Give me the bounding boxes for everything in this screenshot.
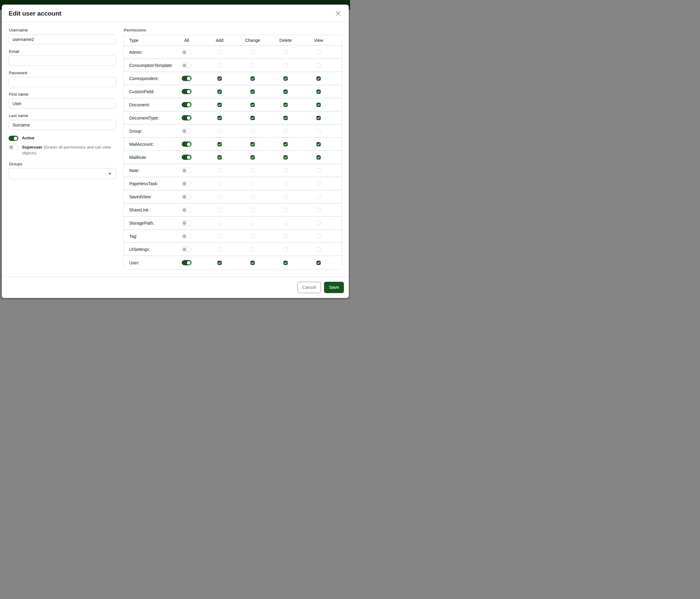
permission-all-toggle[interactable]	[182, 102, 192, 107]
permission-view-checkbox[interactable]	[317, 195, 321, 199]
permission-delete-checkbox[interactable]	[283, 76, 288, 81]
save-button[interactable]: Save	[324, 282, 344, 293]
permission-add-checkbox[interactable]	[218, 103, 222, 107]
permission-delete-checkbox[interactable]	[283, 155, 288, 160]
permission-add-checkbox[interactable]	[218, 142, 222, 146]
permission-add-checkbox[interactable]	[218, 208, 222, 212]
permission-change-checkbox[interactable]	[250, 76, 255, 81]
permission-change-checkbox[interactable]	[250, 116, 255, 120]
permission-change-checkbox[interactable]	[250, 261, 255, 265]
permission-view-checkbox[interactable]	[317, 129, 321, 133]
permission-view-checkbox[interactable]	[317, 142, 321, 146]
permission-delete-checkbox[interactable]	[283, 247, 288, 251]
permission-view-checkbox[interactable]	[317, 168, 321, 173]
permission-all-toggle[interactable]	[182, 76, 192, 81]
permission-delete-checkbox[interactable]	[283, 261, 288, 265]
permission-view-checkbox[interactable]	[317, 261, 321, 265]
permission-delete-checkbox[interactable]	[283, 142, 288, 146]
permission-all-toggle[interactable]	[182, 168, 192, 173]
permission-all-toggle[interactable]	[182, 128, 192, 134]
permission-view-checkbox[interactable]	[317, 116, 321, 120]
permission-view-checkbox[interactable]	[317, 90, 321, 94]
permission-type-label: SavedView:	[124, 194, 170, 199]
username-input[interactable]	[8, 34, 116, 44]
permission-change-checkbox[interactable]	[250, 182, 255, 186]
permission-change-checkbox[interactable]	[250, 221, 255, 225]
cancel-button[interactable]: Cancel	[298, 282, 321, 293]
permission-view-checkbox[interactable]	[317, 63, 321, 68]
permission-change-checkbox[interactable]	[250, 195, 255, 199]
chevron-down-icon	[108, 173, 111, 175]
permission-view-checkbox[interactable]	[317, 182, 321, 186]
permission-all-toggle[interactable]	[182, 49, 192, 55]
permission-change-checkbox[interactable]	[250, 50, 255, 54]
permission-view-checkbox[interactable]	[317, 247, 321, 251]
permission-change-checkbox[interactable]	[250, 155, 255, 160]
permission-add-checkbox[interactable]	[218, 63, 222, 68]
permission-all-toggle[interactable]	[182, 181, 192, 186]
superuser-row: Superuser (Grants all permissions and ca…	[8, 145, 116, 156]
permission-view-checkbox[interactable]	[317, 76, 321, 81]
permission-delete-checkbox[interactable]	[283, 195, 288, 199]
permission-change-checkbox[interactable]	[250, 168, 255, 173]
permission-all-toggle[interactable]	[182, 247, 192, 252]
check-icon	[317, 77, 320, 80]
permission-change-checkbox[interactable]	[250, 208, 255, 212]
permission-change-checkbox[interactable]	[250, 103, 255, 107]
permission-view-checkbox[interactable]	[317, 208, 321, 212]
permission-add-checkbox[interactable]	[218, 261, 222, 265]
permission-all-toggle[interactable]	[182, 207, 192, 212]
permission-change-checkbox[interactable]	[250, 63, 255, 68]
permission-all-toggle[interactable]	[182, 194, 192, 199]
permission-delete-checkbox[interactable]	[283, 168, 288, 173]
permission-add-checkbox[interactable]	[218, 221, 222, 225]
permission-delete-checkbox[interactable]	[283, 221, 288, 225]
last-name-input[interactable]	[8, 120, 116, 130]
permission-change-checkbox[interactable]	[250, 142, 255, 146]
permission-delete-checkbox[interactable]	[283, 116, 288, 120]
password-input[interactable]	[8, 77, 116, 87]
permission-add-checkbox[interactable]	[218, 182, 222, 186]
permission-delete-checkbox[interactable]	[283, 208, 288, 212]
first-name-input[interactable]	[8, 98, 116, 109]
permission-add-checkbox[interactable]	[218, 234, 222, 238]
active-toggle[interactable]	[8, 136, 18, 141]
permission-view-checkbox[interactable]	[317, 50, 321, 54]
permission-all-toggle[interactable]	[182, 115, 192, 120]
permission-add-checkbox[interactable]	[218, 195, 222, 199]
permission-view-checkbox[interactable]	[317, 103, 321, 107]
permission-all-toggle[interactable]	[182, 220, 192, 225]
permission-add-checkbox[interactable]	[218, 116, 222, 120]
permission-all-toggle[interactable]	[182, 142, 192, 147]
permission-all-toggle[interactable]	[182, 89, 192, 94]
permission-delete-checkbox[interactable]	[283, 50, 288, 54]
permission-delete-checkbox[interactable]	[283, 234, 288, 238]
permission-change-checkbox[interactable]	[250, 129, 255, 133]
permission-all-toggle[interactable]	[182, 154, 192, 160]
permission-delete-checkbox[interactable]	[283, 129, 288, 133]
permission-delete-checkbox[interactable]	[283, 182, 288, 186]
permission-add-checkbox[interactable]	[218, 90, 222, 94]
permission-add-checkbox[interactable]	[218, 76, 222, 81]
permission-change-checkbox[interactable]	[250, 247, 255, 251]
permission-change-checkbox[interactable]	[250, 234, 255, 238]
permission-delete-checkbox[interactable]	[283, 63, 288, 68]
email-input[interactable]	[8, 56, 116, 66]
permission-view-checkbox[interactable]	[317, 221, 321, 225]
superuser-toggle[interactable]	[8, 145, 18, 150]
permission-add-checkbox[interactable]	[218, 168, 222, 173]
permission-change-checkbox[interactable]	[250, 90, 255, 94]
groups-select[interactable]	[8, 168, 116, 179]
permission-delete-checkbox[interactable]	[283, 90, 288, 94]
permission-all-toggle[interactable]	[182, 234, 192, 239]
permission-delete-checkbox[interactable]	[283, 103, 288, 107]
permission-all-toggle[interactable]	[182, 260, 192, 265]
close-button[interactable]	[334, 9, 342, 18]
permission-add-checkbox[interactable]	[218, 50, 222, 54]
permission-add-checkbox[interactable]	[218, 155, 222, 160]
permission-all-toggle[interactable]	[182, 63, 192, 68]
permission-add-checkbox[interactable]	[218, 247, 222, 251]
permission-view-checkbox[interactable]	[317, 234, 321, 238]
permission-add-checkbox[interactable]	[218, 129, 222, 133]
permission-view-checkbox[interactable]	[317, 155, 321, 160]
